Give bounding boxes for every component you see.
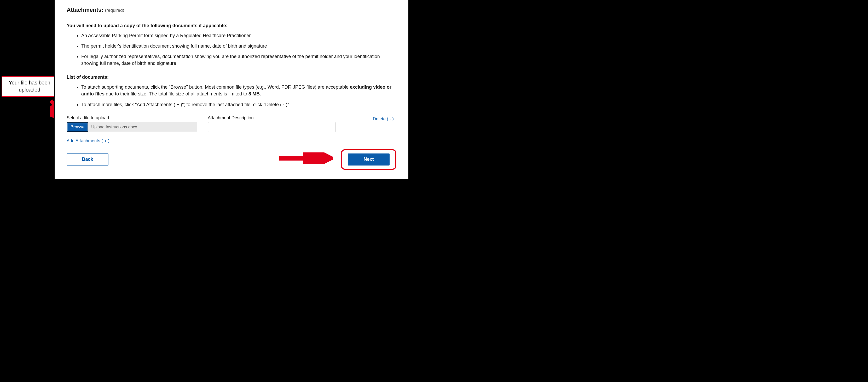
upload-row: Select a file to upload Browse Upload In… [67, 115, 396, 132]
text: To attach supporting documents, click th… [81, 84, 350, 90]
text-bold: 8 MB [248, 91, 260, 96]
section-title-text: Attachments: [67, 6, 103, 13]
next-button[interactable]: Next [348, 153, 390, 166]
required-docs-list: An Accessible Parking Permit form signed… [67, 32, 396, 67]
nav-row: Back Next [67, 149, 396, 170]
file-label: Select a file to upload [67, 115, 197, 121]
list-item: To attach more files, click "Add Attachm… [81, 101, 396, 108]
section-required-label: (required) [105, 8, 124, 13]
list-item: An Accessible Parking Permit form signed… [81, 32, 396, 39]
list-item: The permit holder's identification docum… [81, 42, 396, 50]
delete-link[interactable]: Delete ( - ) [373, 116, 394, 121]
list-item: For legally authorized representatives, … [81, 53, 396, 67]
list-item: To attach supporting documents, click th… [81, 84, 396, 97]
intro-text: You will need to upload a copy of the fo… [67, 23, 396, 29]
list-of-documents-heading: List of documents: [67, 75, 396, 80]
file-column: Select a file to upload Browse Upload In… [67, 115, 197, 132]
add-attachments-link[interactable]: Add Attachments ( + ) [67, 138, 110, 144]
back-button[interactable]: Back [67, 153, 108, 166]
delete-column: Delete ( - ) [346, 115, 396, 122]
section-title: Attachments: (required) [67, 6, 396, 16]
next-highlight: Next [341, 149, 396, 170]
browse-button[interactable]: Browse [67, 122, 88, 132]
callout-text: Your file has been uploaded [9, 80, 50, 93]
description-column: Attachment Description [208, 115, 336, 132]
attachments-panel: Attachments: (required) You will need to… [54, 0, 409, 179]
text: due to their file size. The total file s… [104, 91, 248, 96]
file-picker: Browse Upload Instructions.docx [67, 122, 197, 132]
text: . [260, 91, 261, 96]
description-label: Attachment Description [208, 115, 336, 121]
instructions-list: To attach supporting documents, click th… [67, 84, 396, 108]
description-input[interactable] [208, 122, 336, 132]
page-root: Your file has been uploaded Attachments:… [0, 0, 409, 180]
selected-filename: Upload Instructions.docx [88, 122, 197, 132]
callout-uploaded: Your file has been uploaded [2, 76, 58, 97]
